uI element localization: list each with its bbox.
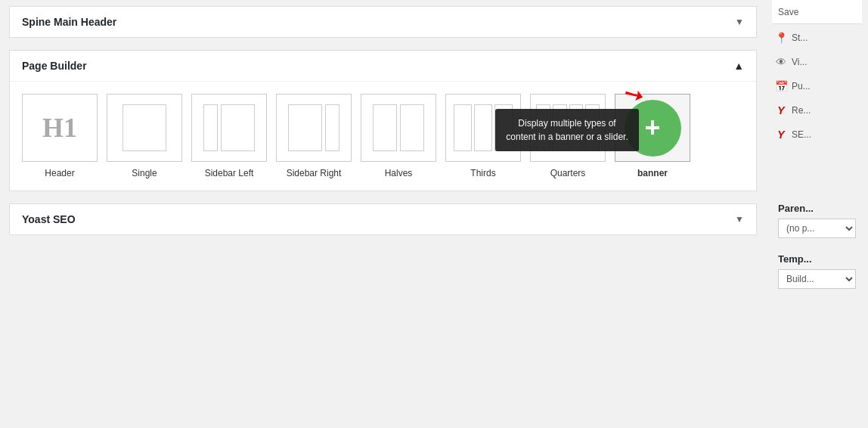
parent-label: Paren...: [778, 203, 856, 214]
yoast-seo-toggle[interactable]: Yoast SEO ▼: [10, 204, 756, 234]
page-builder-section: Page Builder ▲ H1 Header: [9, 50, 757, 191]
layout-thumb-single: [107, 94, 182, 162]
sidebar-left-icon: [203, 104, 256, 151]
spine-chevron-down-icon: ▼: [735, 17, 744, 27]
spine-main-header-label: Spine Main Header: [22, 16, 116, 28]
visibility-icon: 👁: [775, 56, 787, 68]
spine-main-header-toggle[interactable]: Spine Main Header ▼: [10, 7, 756, 37]
page-builder-label: Page Builder: [22, 60, 87, 72]
template-select[interactable]: Build...: [778, 269, 856, 289]
sidebar-item-publish[interactable]: 📅 Pu...: [772, 76, 862, 97]
layout-item-sidebar-right[interactable]: Sidebar Right: [276, 94, 352, 178]
layout-thumb-header: H1: [22, 94, 98, 162]
save-button-area: Save: [772, 0, 862, 24]
seo-icon: Y: [775, 129, 787, 141]
spine-main-header-section: Spine Main Header ▼: [9, 6, 757, 38]
seo-label: SE...: [792, 129, 811, 140]
layout-label-sidebar-left: Sidebar Left: [205, 168, 254, 178]
layout-thumb-halves: [361, 94, 436, 162]
readability-icon: Y: [775, 104, 787, 116]
sidebar-item-status[interactable]: 📍 St...: [772, 27, 862, 48]
layout-thumb-banner: +: [615, 94, 690, 162]
sidebar-left-narrow-col: [203, 104, 218, 151]
template-meta-area: Temp... Build...: [772, 247, 862, 295]
layout-label-quarters: Quarters: [550, 168, 586, 178]
save-label: Save: [778, 7, 798, 17]
layout-item-halves[interactable]: Halves: [361, 94, 436, 178]
sidebar-right-icon: [288, 104, 340, 151]
thirds-icon: [454, 104, 513, 151]
layout-label-single: Single: [132, 168, 157, 178]
layout-item-header[interactable]: H1 Header: [22, 94, 98, 178]
layout-item-single[interactable]: Single: [107, 94, 182, 178]
layout-item-thirds[interactable]: Thirds: [445, 94, 521, 178]
parent-meta-area: Paren... (no p...: [772, 197, 862, 244]
page-builder-body: H1 Header Single: [10, 81, 756, 191]
single-col-icon: [122, 104, 167, 151]
template-label: Temp...: [778, 253, 856, 265]
yoast-seo-label: Yoast SEO: [22, 213, 76, 225]
banner-plus-icon: +: [625, 100, 681, 157]
parent-select[interactable]: (no p...: [778, 219, 856, 238]
page-builder-chevron-up-icon: ▲: [733, 60, 744, 72]
quarters-col-1: [536, 104, 550, 151]
status-label: St...: [792, 33, 808, 43]
quarters-col-3: [569, 104, 584, 151]
right-sidebar: Save 📍 St... 👁 Vi... 📅 Pu... Y Re... Y S…: [766, 0, 868, 428]
layout-thumb-quarters: [530, 94, 606, 162]
halves-col-2: [400, 104, 424, 151]
quarters-col-4: [585, 104, 600, 151]
yoast-seo-section: Yoast SEO ▼: [9, 203, 757, 235]
layout-label-thirds: Thirds: [470, 168, 495, 178]
layout-label-header: Header: [45, 168, 74, 178]
thirds-col-1: [454, 104, 472, 151]
sidebar-right-narrow-col: [325, 104, 339, 151]
layout-label-halves: Halves: [385, 168, 413, 178]
sidebar-item-seo[interactable]: Y SE...: [772, 124, 862, 145]
page-builder-toggle[interactable]: Page Builder ▲: [10, 51, 756, 81]
yoast-chevron-down-icon: ▼: [735, 214, 744, 225]
thirds-col-2: [474, 104, 492, 151]
header-h1-icon: H1: [42, 112, 77, 144]
layout-thumb-thirds: [445, 94, 521, 162]
quarters-icon: [536, 104, 599, 151]
status-icon: 📍: [775, 32, 787, 44]
halves-icon: [373, 104, 425, 151]
sidebar-right-wide-col: [288, 104, 322, 151]
layout-thumb-sidebar-left: [191, 94, 267, 162]
sidebar-left-wide-col: [221, 104, 255, 151]
readability-label: Re...: [792, 105, 811, 116]
sidebar-item-readability[interactable]: Y Re...: [772, 100, 862, 121]
layout-item-quarters[interactable]: Quarters: [530, 94, 606, 178]
layout-item-sidebar-left[interactable]: Sidebar Left: [191, 94, 267, 178]
visibility-label: Vi...: [792, 57, 807, 67]
sidebar-item-visibility[interactable]: 👁 Vi...: [772, 51, 862, 73]
publish-icon: 📅: [775, 80, 787, 92]
publish-label: Pu...: [792, 81, 811, 91]
halves-col-1: [373, 104, 397, 151]
layout-label-sidebar-right: Sidebar Right: [287, 168, 342, 178]
layout-thumb-sidebar-right: [276, 94, 352, 162]
layout-label-banner: banner: [637, 168, 668, 178]
quarters-col-2: [553, 104, 567, 151]
layout-grid: H1 Header Single: [22, 94, 744, 178]
thirds-col-3: [494, 104, 513, 151]
layout-item-banner[interactable]: + banner: [615, 94, 690, 178]
